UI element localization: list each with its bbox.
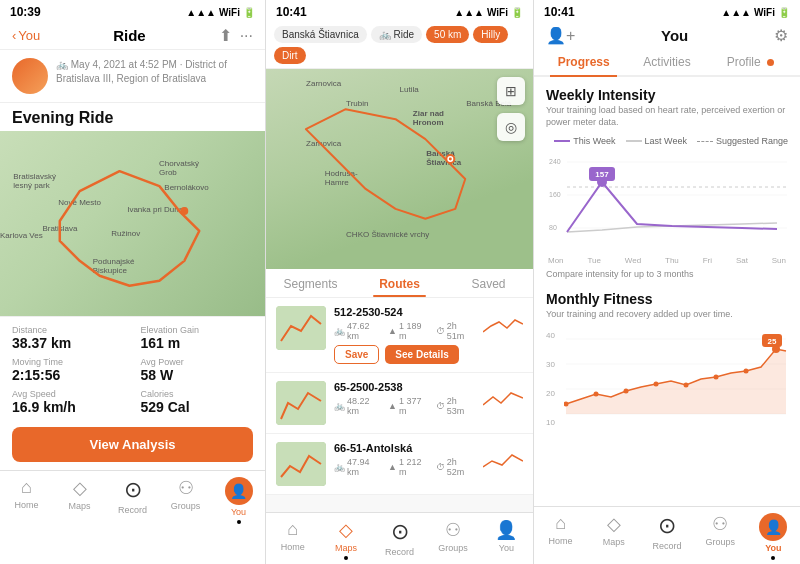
- route-name-3: 66-51-Antolská: [334, 442, 475, 454]
- nav-maps-p2[interactable]: ◇ Maps: [319, 519, 372, 560]
- nav-you[interactable]: 👤 You: [212, 477, 265, 524]
- panel-progress: 10:41 ▲▲▲ WiFi 🔋 👤+ You ⚙ Progress Activ…: [534, 0, 800, 564]
- nav-home[interactable]: ⌂ Home: [0, 477, 53, 524]
- tab-progress[interactable]: Progress: [542, 49, 625, 75]
- tab-segments[interactable]: Segments: [266, 269, 355, 297]
- you-icon: 👤: [225, 477, 253, 505]
- nav-maps-p3[interactable]: ◇ Maps: [587, 513, 640, 560]
- tab-profile[interactable]: Profile: [709, 49, 792, 75]
- nav-maps[interactable]: ◇ Maps: [53, 477, 106, 524]
- details-route-1-button[interactable]: See Details: [385, 345, 458, 364]
- route-item-2: 65-2500-2538 🚲 48.22 km ▲ 1 377 m ⏱ 2h 5…: [266, 373, 533, 434]
- elevation-chart-2: [483, 389, 523, 409]
- tab-routes[interactable]: Routes: [355, 269, 444, 297]
- you-icon-p2: 👤: [495, 519, 517, 541]
- nav-record-label: Record: [118, 505, 147, 515]
- time-p3: 10:41: [544, 5, 575, 19]
- nav-home-p2[interactable]: ⌂ Home: [266, 519, 319, 560]
- stat-avg-speed: Avg Speed 16.9 km/h: [12, 389, 125, 415]
- route-info-2: 65-2500-2538 🚲 48.22 km ▲ 1 377 m ⏱ 2h 5…: [334, 381, 475, 420]
- route-item-3: 66-51-Antolská 🚲 47.94 km ▲ 1 212 m ⏱ 2h…: [266, 434, 533, 495]
- save-route-1-button[interactable]: Save: [334, 345, 379, 364]
- stat-distance: Distance 38.37 km: [12, 325, 125, 351]
- stat-moving-time: Moving Time 2:15:56: [12, 357, 125, 383]
- nav-record[interactable]: ⊙ Record: [106, 477, 159, 524]
- weekly-title: Weekly Intensity: [546, 87, 788, 103]
- filter-distance[interactable]: 50 km: [426, 26, 469, 43]
- route-thumb-3: [276, 442, 326, 486]
- intensity-chart: 240 160 80 157: [546, 152, 788, 252]
- compare-text: Compare intensity for up to 3 months: [546, 269, 788, 279]
- stats-grid: Distance 38.37 km Elevation Gain 161 m M…: [0, 316, 265, 423]
- maps-icon: ◇: [73, 477, 87, 499]
- nav-groups-p3[interactable]: ⚇ Groups: [694, 513, 747, 560]
- svg-point-0: [180, 207, 188, 215]
- bike-icon: 🚲: [56, 59, 71, 70]
- monthly-subtitle: Your training and recovery added up over…: [546, 309, 788, 321]
- svg-point-23: [624, 389, 629, 394]
- monthly-title: Monthly Fitness: [546, 291, 788, 307]
- svg-point-27: [744, 369, 749, 374]
- filter-location[interactable]: Banská Štiavnica: [274, 26, 367, 43]
- settings-icon[interactable]: ⚙: [774, 26, 788, 45]
- nav-record-p3[interactable]: ⊙ Record: [640, 513, 693, 560]
- route-name-2: 65-2500-2538: [334, 381, 475, 393]
- fitness-chart: 25: [546, 329, 788, 429]
- elevation-chart-1: [483, 314, 523, 334]
- svg-text:240: 240: [549, 158, 561, 165]
- svg-text:25: 25: [768, 337, 777, 346]
- nav-you-p2[interactable]: 👤 You: [480, 519, 533, 560]
- route-thumb-2: [276, 381, 326, 425]
- weekly-intensity-section: Weekly Intensity Your training load base…: [546, 87, 788, 279]
- svg-text:157: 157: [595, 170, 609, 179]
- status-bar-p3: 10:41 ▲▲▲ WiFi 🔋: [534, 0, 800, 22]
- tab-saved[interactable]: Saved: [444, 269, 533, 297]
- record-icon: ⊙: [124, 477, 142, 503]
- stat-elevation: Elevation Gain 161 m: [141, 325, 254, 351]
- nav-groups[interactable]: ⚇ Groups: [159, 477, 212, 524]
- chart-legend: This Week Last Week Suggested Range: [546, 136, 788, 146]
- nav-groups-p2[interactable]: ⚇ Groups: [426, 519, 479, 560]
- this-week-line: [554, 140, 570, 142]
- record-icon-p2: ⊙: [391, 519, 409, 545]
- route-item-1: 512-2530-524 🚲 47.62 km ▲ 1 189 m ⏱ 2h 5…: [266, 298, 533, 373]
- filter-surface[interactable]: Dirt: [274, 47, 306, 64]
- status-bar-p1: 10:39 ▲▲▲ WiFi 🔋: [0, 0, 265, 22]
- suggested-line: [697, 141, 713, 142]
- status-bar-p2: 10:41 ▲▲▲ WiFi 🔋: [266, 0, 533, 22]
- filter-type[interactable]: 🚲 Ride: [371, 26, 422, 43]
- location-button[interactable]: ◎: [497, 113, 525, 141]
- profile-header: 👤+ You ⚙: [534, 22, 800, 49]
- route-info-3: 66-51-Antolská 🚲 47.94 km ▲ 1 212 m ⏱ 2h…: [334, 442, 475, 481]
- svg-point-26: [714, 375, 719, 380]
- home-icon-p2: ⌂: [287, 519, 298, 540]
- back-button[interactable]: ‹ You: [12, 28, 40, 43]
- profile-title: You: [661, 27, 688, 44]
- nav-you-p3[interactable]: 👤 You: [747, 513, 800, 560]
- filter-header: Banská Štiavnica 🚲 Ride 50 km Hilly Dirt: [266, 22, 533, 69]
- progress-content: Weekly Intensity Your training load base…: [534, 77, 800, 506]
- nav-record-p2[interactable]: ⊙ Record: [373, 519, 426, 560]
- home-icon-p3: ⌂: [555, 513, 566, 534]
- svg-rect-6: [276, 442, 326, 486]
- ride-map: ChorvatskýGrob Bernolákovo Bratislavskýl…: [0, 131, 265, 316]
- route-path-p2: [266, 69, 533, 269]
- tab-activities[interactable]: Activities: [625, 49, 708, 75]
- ride-header: ‹ You Ride ⬆ ···: [0, 22, 265, 50]
- layers-button[interactable]: ⊞: [497, 77, 525, 105]
- route-info-1: 512-2530-524 🚲 47.62 km ▲ 1 189 m ⏱ 2h 5…: [334, 306, 475, 364]
- user-add-icon[interactable]: 👤+: [546, 26, 575, 45]
- time-p1: 10:39: [10, 5, 41, 19]
- panel-ride-detail: 10:39 ▲▲▲ WiFi 🔋 ‹ You Ride ⬆ ··· 🚲 May …: [0, 0, 266, 564]
- nav-home-p3[interactable]: ⌂ Home: [534, 513, 587, 560]
- weekly-subtitle: Your training load based on heart rate, …: [546, 105, 788, 128]
- nav-groups-label: Groups: [171, 501, 201, 511]
- view-analysis-button[interactable]: View Analysis: [12, 427, 253, 462]
- route-name-1: 512-2530-524: [334, 306, 475, 318]
- maps-icon-p3: ◇: [607, 513, 621, 535]
- nav-you-label: You: [231, 507, 246, 517]
- more-icon[interactable]: ···: [240, 27, 253, 45]
- upload-icon[interactable]: ⬆: [219, 26, 232, 45]
- filter-terrain[interactable]: Hilly: [473, 26, 508, 43]
- status-icons-p1: ▲▲▲ WiFi 🔋: [186, 7, 255, 18]
